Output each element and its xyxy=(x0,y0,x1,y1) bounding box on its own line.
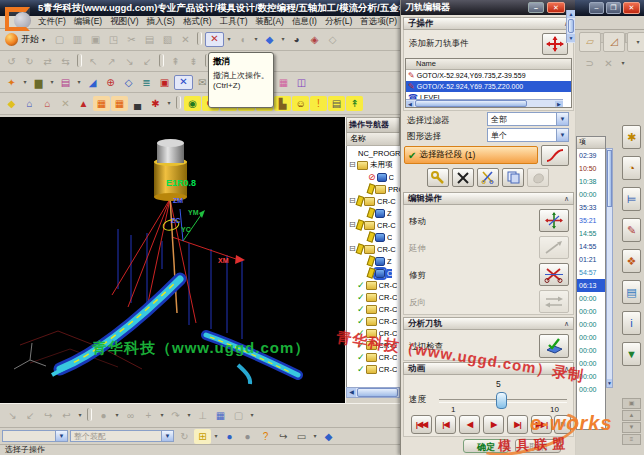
event-list-horizontal-scrollbar[interactable]: ◀ ▶ xyxy=(406,99,563,107)
snap-icon[interactable]: ↙ xyxy=(22,408,39,423)
menu-item[interactable]: 首选项(P) xyxy=(356,16,401,26)
step-back-button[interactable]: |◀ xyxy=(435,415,456,434)
time-cell[interactable]: 00:00 xyxy=(577,305,605,318)
time-cell[interactable]: 00:00 xyxy=(577,188,605,201)
path-segment-button[interactable] xyxy=(541,145,569,166)
gouge-check-button[interactable] xyxy=(539,334,569,358)
blue-ball-icon[interactable]: ● xyxy=(221,429,238,444)
play-forward-button[interactable]: ▶ xyxy=(483,415,504,434)
scroll-right-icon[interactable]: ▶ xyxy=(555,101,563,107)
cut-icon[interactable]: ✂ xyxy=(123,32,140,47)
menu-item[interactable]: 文件(F) xyxy=(34,16,70,26)
tools-button[interactable]: ❖ xyxy=(622,249,641,273)
pin-list-button[interactable]: ⊨ xyxy=(622,187,641,211)
time-cell[interactable]: 06:13 xyxy=(577,279,605,292)
stop-button[interactable]: ■ xyxy=(554,415,571,434)
scroll-up-icon[interactable]: ▲ xyxy=(567,10,575,18)
transform-icon[interactable]: ↘ xyxy=(121,54,138,69)
separator[interactable] xyxy=(197,32,202,45)
info-button[interactable]: i xyxy=(622,311,641,335)
paste-segment-button[interactable] xyxy=(527,168,549,187)
dropdown[interactable]: ▾ xyxy=(212,429,220,444)
dialog-close-button[interactable]: ✕ xyxy=(547,2,565,13)
navigator-tree-item[interactable]: ⊘ ✓ PROG xyxy=(347,183,400,195)
extend-button[interactable] xyxy=(539,236,569,259)
close-window-icon[interactable]: ✕ xyxy=(205,32,224,47)
dropdown[interactable]: ▾ xyxy=(252,32,260,47)
tree-icon[interactable]: ↟ xyxy=(346,96,363,111)
time-cell[interactable]: 02:39 xyxy=(577,149,605,162)
page-up-icon[interactable]: ⇞ xyxy=(167,54,184,69)
separator[interactable] xyxy=(159,54,164,67)
purple-box-icon[interactable]: ◫ xyxy=(293,75,310,90)
navigator-tree-item[interactable]: ⊘ ✓ CR-C xyxy=(347,303,400,315)
navigator-tree-item[interactable]: ⊘ ✓ NC_PROGRAM xyxy=(347,147,400,159)
shaded-face-icon[interactable]: ◖ xyxy=(234,32,251,47)
menu-item[interactable]: 分析(L) xyxy=(321,16,356,26)
dropdown[interactable]: ▾ xyxy=(21,75,29,90)
collapse-icon[interactable]: ∧ xyxy=(564,195,569,203)
scroll-down-icon[interactable]: ▼ xyxy=(607,379,612,387)
ruler-icon[interactable]: ▱ xyxy=(579,32,601,52)
cone-icon[interactable]: ▲ xyxy=(75,96,92,111)
ok-button[interactable]: 确定 xyxy=(463,439,509,453)
notepad-icon[interactable]: ▤ xyxy=(328,96,345,111)
magnifier-icon[interactable]: ⊕ xyxy=(102,75,119,90)
machine-navigator-button[interactable]: ◔ xyxy=(622,156,641,180)
navigator-title[interactable]: 操作导航器 xyxy=(346,117,400,133)
navigator-tree-item[interactable]: ⊘ ✓ C xyxy=(347,171,400,183)
scroll-left-icon[interactable]: ◀ xyxy=(406,101,414,107)
collapse-icon[interactable]: ∧ xyxy=(564,320,569,328)
lamp-icon[interactable]: ▙ xyxy=(274,96,291,111)
copy-segment-button[interactable] xyxy=(502,168,524,187)
resource-scroll-up[interactable]: ▲ xyxy=(622,410,641,421)
scrollbar-thumb[interactable] xyxy=(415,100,527,107)
plus-icon[interactable]: + xyxy=(140,408,157,423)
scrollbar-thumb[interactable] xyxy=(568,19,574,33)
navigator-name-column-header[interactable]: 名称 xyxy=(346,133,400,146)
shaded-view-icon[interactable]: ◆ xyxy=(261,32,278,47)
navigator-horizontal-scrollbar[interactable]: ◀ xyxy=(346,387,400,398)
refresh-icon[interactable]: ↻ xyxy=(176,429,193,444)
sketch-icon[interactable]: ✦ xyxy=(3,75,20,90)
toolpath-event-row[interactable]: ✎ ☎ GOTO/X-52.924,Y69.735,Z-39.559 xyxy=(406,70,571,81)
time-cell[interactable]: 10:50 xyxy=(577,162,605,175)
time-cell[interactable]: 01:21 xyxy=(577,253,605,266)
time-cell[interactable]: 00:00 xyxy=(577,331,605,344)
dropdown[interactable]: ▾ xyxy=(311,429,319,444)
window-x-icon[interactable]: ✕ xyxy=(174,75,193,90)
graphic-selection-combo[interactable]: 单个 ▼ xyxy=(487,128,569,142)
separator[interactable] xyxy=(176,96,181,109)
grid-icon[interactable]: ▦ xyxy=(275,75,292,90)
dropdown[interactable]: ▾ xyxy=(248,408,256,423)
flag-icon[interactable]: ◢ xyxy=(84,75,101,90)
annotate-button[interactable]: ✎ xyxy=(622,218,641,242)
dropdown[interactable]: ▾ xyxy=(279,32,287,47)
link-icon[interactable]: ⇄ xyxy=(39,54,56,69)
operation-navigator-button[interactable]: ✱ xyxy=(622,125,641,149)
navigator-tree-item[interactable]: ⊟ ⊘ ✓ CR-C xyxy=(347,195,400,207)
forward-end-button[interactable]: ▶▶| xyxy=(531,415,552,434)
start-button[interactable]: 开始 ▾ xyxy=(3,33,50,46)
move-button[interactable] xyxy=(539,209,569,232)
scroll-down-icon[interactable]: ▼ xyxy=(567,34,575,42)
page-down-icon[interactable]: ⇟ xyxy=(185,54,202,69)
color-swatch-icon[interactable]: ▆ xyxy=(30,75,47,90)
red-house-icon[interactable]: ⌂ xyxy=(39,96,56,111)
scroll-left-icon[interactable]: ◀ xyxy=(347,388,356,397)
new-icon[interactable]: ▢ xyxy=(51,32,68,47)
time-cell[interactable]: 35:21 xyxy=(577,214,605,227)
chevron-down-icon[interactable]: ▼ xyxy=(556,113,568,125)
chevron-down-icon[interactable]: ▼ xyxy=(161,431,173,441)
dropdown[interactable]: ▾ xyxy=(113,408,121,423)
menu-item[interactable]: 编辑(E) xyxy=(70,16,106,26)
transform-icon[interactable]: ↖ xyxy=(85,54,102,69)
cut-segment-button[interactable] xyxy=(477,168,499,187)
time-cell[interactable]: 00:00 xyxy=(577,292,605,305)
separator[interactable] xyxy=(87,408,92,421)
pin-icon[interactable]: ◈ xyxy=(306,32,323,47)
orange-grid-icon[interactable]: ▦ xyxy=(111,96,128,111)
time-cell[interactable]: 00:00 xyxy=(577,318,605,331)
menu-item[interactable]: 格式(R) xyxy=(179,16,216,26)
menu-item[interactable]: 装配(A) xyxy=(252,16,288,26)
